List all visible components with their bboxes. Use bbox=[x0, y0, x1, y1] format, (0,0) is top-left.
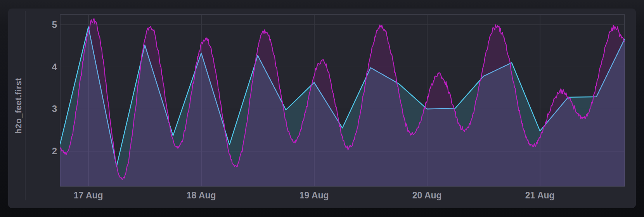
x-tick-label: 21 Aug bbox=[513, 190, 567, 201]
plot-area[interactable] bbox=[60, 14, 625, 186]
x-tick-label: 19 Aug bbox=[287, 190, 341, 201]
page-root: h2o_feet.first 234517 Aug18 Aug19 Aug20 … bbox=[0, 0, 644, 217]
x-tick-label: 18 Aug bbox=[174, 190, 229, 201]
y-tick-label: 3 bbox=[23, 103, 57, 114]
y-tick-label: 4 bbox=[23, 62, 57, 72]
y-tick-label: 2 bbox=[23, 146, 57, 157]
x-tick-label: 20 Aug bbox=[400, 190, 454, 201]
x-tick-label: 17 Aug bbox=[61, 190, 116, 201]
y-axis-title: h2o_feet.first bbox=[14, 78, 24, 134]
y-tick-label: 5 bbox=[23, 19, 57, 30]
time-series-chart[interactable] bbox=[0, 0, 644, 217]
